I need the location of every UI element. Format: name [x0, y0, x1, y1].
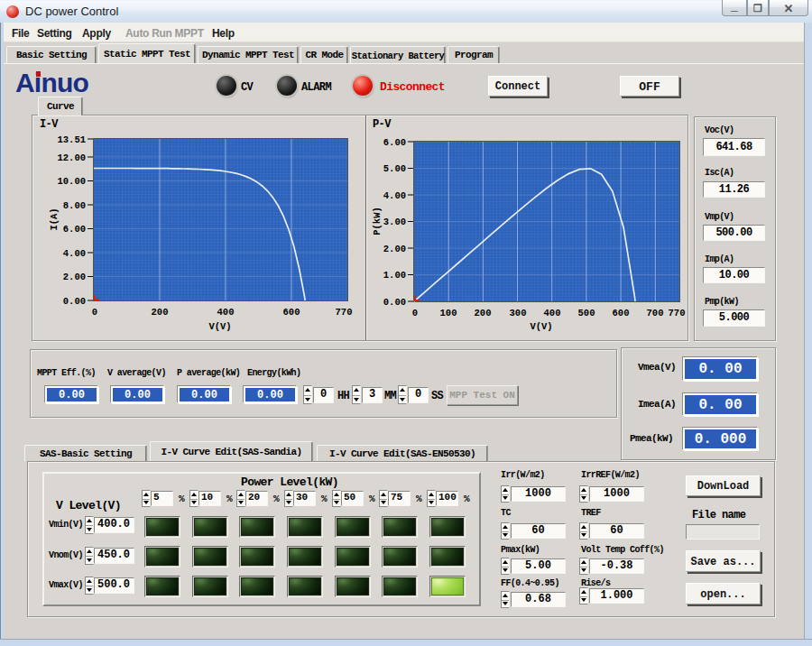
svg-text:200: 200 — [475, 308, 492, 318]
svg-text:2.00: 2.00 — [63, 272, 86, 282]
svg-text:0.00: 0.00 — [383, 297, 406, 308]
svg-text:770: 770 — [336, 307, 353, 318]
svg-text:6.00: 6.00 — [63, 224, 86, 235]
svg-text:770: 770 — [669, 308, 686, 318]
svg-text:0: 0 — [412, 308, 418, 318]
svg-text:10.00: 10.00 — [57, 176, 86, 187]
svg-text:400: 400 — [544, 308, 561, 318]
svg-text:1.00: 1.00 — [383, 270, 406, 281]
svg-text:12.00: 12.00 — [57, 152, 86, 163]
svg-text:200: 200 — [152, 307, 169, 318]
svg-text:2.00: 2.00 — [383, 244, 406, 254]
svg-text:600: 600 — [283, 307, 300, 318]
svg-text:400: 400 — [217, 307, 235, 318]
svg-text:600: 600 — [613, 308, 630, 318]
svg-text:P(kW): P(kW) — [372, 207, 383, 235]
svg-text:I(A): I(A) — [49, 208, 60, 230]
svg-text:13.51: 13.51 — [57, 134, 86, 145]
svg-text:4.00: 4.00 — [383, 190, 406, 201]
svg-text:300: 300 — [510, 308, 527, 318]
svg-text:V(V): V(V) — [208, 321, 231, 332]
svg-text:3.00: 3.00 — [383, 217, 406, 227]
svg-text:0.00: 0.00 — [63, 296, 86, 307]
svg-text:5.00: 5.00 — [383, 163, 406, 174]
svg-text:V(V): V(V) — [530, 321, 552, 332]
svg-text:500: 500 — [578, 308, 595, 318]
svg-text:0: 0 — [92, 307, 97, 318]
svg-text:700: 700 — [647, 308, 664, 318]
svg-text:8.00: 8.00 — [63, 200, 86, 211]
svg-text:4.00: 4.00 — [63, 248, 86, 259]
svg-text:6.00: 6.00 — [383, 137, 406, 148]
svg-text:100: 100 — [440, 308, 457, 318]
